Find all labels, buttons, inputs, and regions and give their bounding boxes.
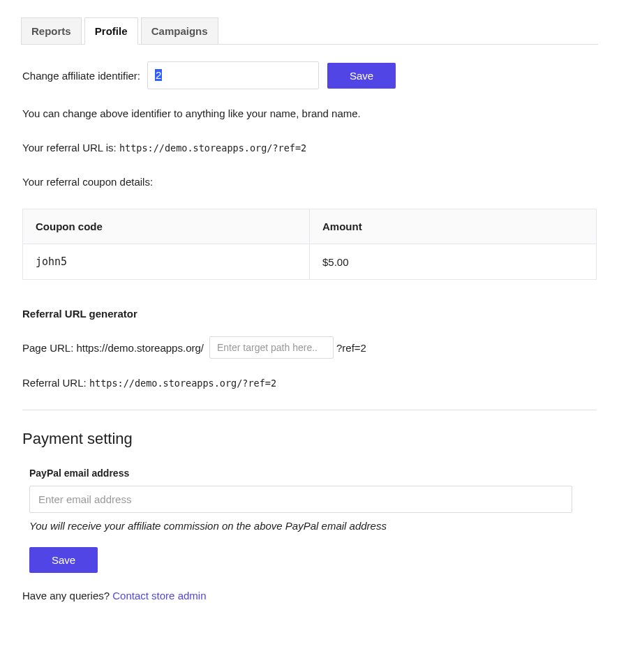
coupon-header-amount: Amount	[310, 209, 597, 244]
url-generator-row: Page URL: https://demo.storeapps.org/ ?r…	[22, 336, 597, 359]
coupon-header-code: Coupon code	[23, 209, 310, 244]
identifier-save-button[interactable]: Save	[327, 63, 396, 89]
page-url-base: https://demo.storeapps.org/	[76, 342, 204, 354]
tab-reports[interactable]: Reports	[21, 17, 82, 45]
url-generator-title: Referral URL generator	[22, 308, 597, 320]
generated-url-line: Referral URL: https://demo.storeapps.org…	[22, 375, 597, 390]
identifier-hint: You can change above identifier to anyth…	[22, 106, 597, 121]
referral-url-value: https://demo.storeapps.org/?ref=2	[119, 142, 306, 154]
divider	[22, 410, 597, 410]
coupon-details-label: Your referral coupon details:	[22, 174, 597, 189]
tab-profile[interactable]: Profile	[84, 17, 138, 45]
coupon-amount-cell: $5.00	[310, 244, 597, 280]
coupon-table: Coupon code Amount john5 $5.00	[22, 209, 597, 280]
coupon-header-row: Coupon code Amount	[23, 209, 597, 244]
coupon-code-cell: john5	[23, 244, 310, 280]
generated-url-value: https://demo.storeapps.org/?ref=2	[89, 378, 276, 389]
paypal-email-input[interactable]	[29, 486, 572, 513]
identifier-label: Change affiliate identifier:	[22, 70, 140, 82]
query-text: Have any queries?	[22, 590, 110, 602]
query-line: Have any queries? Contact store admin	[22, 590, 597, 602]
referral-url-label: Your referral URL is:	[22, 142, 117, 154]
table-row: john5 $5.00	[23, 244, 597, 280]
paypal-label: PayPal email address	[29, 468, 597, 479]
page-url-suffix: ?ref=2	[336, 342, 366, 354]
paypal-hint: You will receive your affiliate commissi…	[29, 520, 597, 532]
identifier-input[interactable]: 2	[147, 61, 319, 89]
identifier-row: Change affiliate identifier: 2 Save	[22, 61, 597, 89]
referral-url-line: Your referral URL is: https://demo.store…	[22, 140, 597, 155]
tab-campaigns[interactable]: Campaigns	[141, 17, 218, 45]
contact-admin-link[interactable]: Contact store admin	[112, 590, 206, 602]
target-path-input[interactable]	[209, 336, 334, 359]
payment-save-button[interactable]: Save	[29, 547, 98, 573]
payment-title: Payment setting	[22, 430, 597, 448]
tab-bar: Reports Profile Campaigns	[21, 17, 598, 45]
identifier-value: 2	[155, 69, 162, 81]
generated-url-label: Referral URL:	[22, 377, 87, 389]
page-url-label: Page URL:	[22, 342, 73, 354]
